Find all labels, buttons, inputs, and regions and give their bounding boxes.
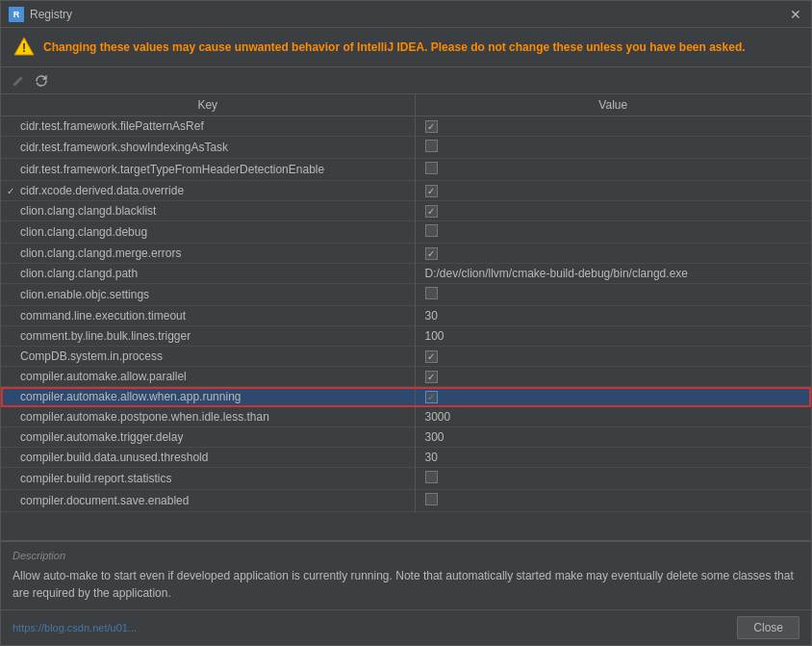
key-text: clion.clang.clangd.path — [20, 267, 138, 280]
value-cell[interactable] — [415, 490, 811, 512]
value-cell[interactable]: 300 — [415, 427, 811, 448]
checkbox[interactable] — [425, 493, 438, 505]
key-cell: ✓cidr.xcode.derived.data.override — [1, 181, 415, 201]
value-cell[interactable]: ✓ — [415, 367, 811, 387]
value-cell[interactable]: ✓ — [415, 181, 811, 201]
key-cell: clion.clang.clangd.blacklist — [1, 201, 415, 221]
value-cell[interactable] — [415, 284, 811, 306]
watermark: https://blog.csdn.net/u01... — [13, 622, 137, 633]
value-cell[interactable]: ✓ — [415, 244, 811, 264]
checkbox[interactable] — [425, 162, 438, 174]
table-row[interactable]: command.line.execution.timeout30 — [1, 306, 811, 326]
checkbox-tick: ✓ — [427, 186, 435, 196]
checkbox-tick: ✓ — [427, 372, 435, 382]
app-icon: R — [9, 7, 24, 22]
checkbox[interactable]: ✓ — [425, 247, 438, 260]
table-row[interactable]: compiler.automake.allow.parallel✓ — [1, 367, 811, 387]
table-row[interactable]: clion.enable.objc.settings — [1, 284, 811, 306]
registry-table: Key Value cidr.test.framework.filePatter… — [1, 94, 811, 512]
key-cell: cidr.test.framework.filePatternAsRef — [1, 116, 415, 137]
description-text: Allow auto-make to start even if develop… — [13, 567, 799, 602]
table-row[interactable]: compiler.build.report.statistics — [1, 468, 811, 490]
checkbox[interactable]: ✓ — [425, 391, 438, 403]
reset-button[interactable] — [32, 71, 51, 90]
checkbox[interactable]: ✓ — [425, 205, 438, 218]
table-row[interactable]: ✓cidr.xcode.derived.data.override✓ — [1, 181, 811, 201]
key-cell: cidr.test.framework.targetTypeFromHeader… — [1, 159, 415, 181]
close-button[interactable]: Close — [737, 616, 799, 639]
checkbox[interactable]: ✓ — [425, 185, 438, 197]
description-label: Description — [13, 550, 799, 561]
key-text: compiler.build.report.statistics — [20, 472, 171, 485]
key-text: clion.clang.clangd.merge.errors — [20, 246, 181, 260]
key-text: cidr.test.framework.targetTypeFromHeader… — [20, 163, 324, 176]
table-row[interactable]: cidr.test.framework.targetTypeFromHeader… — [1, 159, 811, 181]
svg-text:R: R — [13, 10, 20, 19]
value-cell[interactable] — [415, 221, 811, 244]
checkbox[interactable] — [425, 471, 438, 483]
table-row[interactable]: cidr.test.framework.showIndexingAsTask — [1, 137, 811, 159]
value-cell[interactable]: 30 — [415, 306, 811, 326]
key-cell: clion.enable.objc.settings — [1, 284, 415, 306]
table-row[interactable]: CompDB.system.in.process✓ — [1, 347, 811, 367]
key-text: cidr.test.framework.filePatternAsRef — [20, 119, 204, 133]
checkbox-tick: ✓ — [427, 392, 435, 402]
table-row[interactable]: compiler.automake.allow.when.app.running… — [1, 387, 811, 407]
table-row[interactable]: clion.clang.clangd.debug — [1, 221, 811, 244]
value-cell[interactable]: ✓ — [415, 116, 811, 137]
value-cell[interactable]: ✓ — [415, 347, 811, 367]
value-cell[interactable]: ✓ — [415, 387, 811, 407]
checkbox[interactable] — [425, 140, 438, 152]
key-text: compiler.automake.allow.when.app.running — [20, 390, 241, 403]
key-text: compiler.document.save.enabled — [20, 494, 189, 507]
key-cell: compiler.build.report.statistics — [1, 468, 415, 490]
description-section: Description Allow auto-make to start eve… — [1, 540, 811, 609]
key-cell: clion.clang.clangd.debug — [1, 221, 415, 244]
key-text: clion.enable.objc.settings — [20, 288, 149, 301]
checkbox[interactable]: ✓ — [425, 371, 438, 383]
key-cell: compiler.automake.postpone.when.idle.les… — [1, 407, 415, 427]
table-row[interactable]: clion.clang.clangd.pathD:/dev/clion/llvm… — [1, 264, 811, 284]
key-text: cidr.xcode.derived.data.override — [20, 184, 184, 197]
value-cell[interactable]: 3000 — [415, 407, 811, 427]
close-window-button[interactable]: ✕ — [788, 7, 803, 22]
warning-bar: ! Changing these values may cause unwant… — [1, 28, 811, 67]
checkbox[interactable] — [425, 224, 438, 237]
value-cell[interactable] — [415, 159, 811, 181]
table-row[interactable]: cidr.test.framework.filePatternAsRef✓ — [1, 116, 811, 137]
checkbox[interactable] — [425, 287, 438, 299]
value-cell[interactable]: 30 — [415, 448, 811, 468]
key-text: compiler.automake.allow.parallel — [20, 370, 187, 383]
table-row[interactable]: compiler.automake.postpone.when.idle.les… — [1, 407, 811, 427]
value-text: 30 — [425, 309, 438, 323]
value-cell[interactable]: ✓ — [415, 201, 811, 221]
checkbox[interactable]: ✓ — [425, 120, 438, 133]
warning-text: Changing these values may cause unwanted… — [43, 40, 746, 54]
svg-text:!: ! — [22, 41, 26, 55]
table-row[interactable]: compiler.document.save.enabled — [1, 490, 811, 512]
value-cell[interactable] — [415, 137, 811, 159]
title-bar: R Registry ✕ — [1, 1, 811, 28]
key-text: cidr.test.framework.showIndexingAsTask — [20, 141, 228, 154]
table-row[interactable]: clion.clang.clangd.blacklist✓ — [1, 201, 811, 221]
table-row[interactable]: comment.by.line.bulk.lines.trigger100 — [1, 326, 811, 347]
table-row[interactable]: clion.clang.clangd.merge.errors✓ — [1, 244, 811, 264]
value-text: 300 — [425, 430, 444, 444]
checkbox[interactable]: ✓ — [425, 350, 438, 363]
content-area: Key Value cidr.test.framework.filePatter… — [1, 94, 811, 609]
key-text: compiler.automake.postpone.when.idle.les… — [20, 410, 269, 424]
value-cell[interactable] — [415, 468, 811, 490]
table-container[interactable]: Key Value cidr.test.framework.filePatter… — [1, 94, 811, 540]
col-key-header: Key — [1, 94, 415, 116]
registry-window: R Registry ✕ ! Changing these values may… — [0, 0, 812, 646]
value-cell[interactable]: D:/dev/clion/llvm/cmake-build-debug/bin/… — [415, 264, 811, 284]
col-value-header: Value — [415, 94, 811, 116]
key-cell: compiler.automake.allow.parallel — [1, 367, 415, 387]
table-row[interactable]: compiler.automake.trigger.delay300 — [1, 427, 811, 448]
edit-button[interactable] — [9, 71, 28, 90]
table-row[interactable]: compiler.build.data.unused.threshold30 — [1, 448, 811, 468]
row-checkmark: ✓ — [7, 186, 14, 196]
title-bar-left: R Registry — [9, 7, 72, 22]
value-cell[interactable]: 100 — [415, 326, 811, 347]
toolbar — [1, 67, 811, 94]
